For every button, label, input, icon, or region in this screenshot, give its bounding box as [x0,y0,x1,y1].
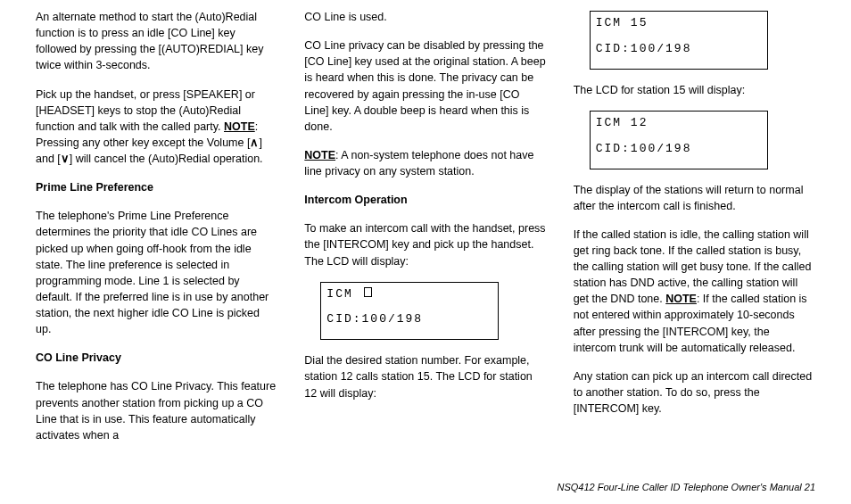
para: To make an intercom call with the handse… [304,220,546,269]
note-label: NOTE [224,120,255,133]
columns-wrap: An alternate method to start the (Auto)R… [36,9,815,472]
para: Dial the desired station number. For exa… [304,352,546,401]
note-label: NOTE [665,293,697,305]
para: CO Line is used. [304,9,546,25]
para: The telephone's Prime Line Preference de… [36,208,277,337]
para: Any station can pick up an intercom call… [574,368,815,417]
lcd-display: ICM CID:100/198 [320,282,499,341]
column-1: An alternate method to start the (Auto)R… [36,9,277,472]
lcd-line1: ICM 15 [596,15,762,32]
para: The LCD for station 15 will display: [574,82,815,98]
column-3: ICM 15 CID:100/198 The LCD for station 1… [574,9,815,472]
para: The telephone has CO Line Privacy. This … [36,378,277,443]
para: CO Line privacy can be disabled by press… [304,37,546,135]
lcd-text: ICM [326,287,361,301]
lcd-line2: CID:100/198 [326,311,492,328]
text: Pick up the handset, or press [SPEAKER] … [36,88,255,133]
heading-intercom: Intercom Operation [304,192,546,208]
heading-co-line-privacy: CO Line Privacy [36,350,277,366]
note-label: NOTE [304,149,335,161]
cursor-icon [364,287,372,297]
lcd-line2: CID:100/198 [596,41,762,58]
lcd-display: ICM 12 CID:100/198 [590,111,768,169]
lcd-line1: ICM [326,286,492,303]
lcd-display: ICM 15 CID:100/198 [590,11,768,70]
text: ] will cancel the (Auto)Redial operation… [70,153,263,165]
para: An alternate method to start the (Auto)R… [36,9,277,74]
para: The display of the stations will return … [574,182,815,214]
text: : A non-system telephone does not have l… [304,149,533,178]
page: An alternate method to start the (Auto)R… [0,0,851,504]
column-2: CO Line is used. CO Line privacy can be … [304,9,546,472]
page-footer: NSQ412 Four-Line Caller ID Telephone Own… [36,472,815,495]
para: Pick up the handset, or press [SPEAKER] … [36,87,277,168]
lcd-line2: CID:100/198 [596,141,762,158]
lcd-line1: ICM 12 [596,115,762,132]
para: If the called station is idle, the calli… [574,227,815,356]
para: NOTE: A non-system telephone does not ha… [304,147,546,179]
volume-up-icon: ∧ [250,136,259,149]
heading-prime-line: Prime Line Preference [36,179,277,195]
volume-down-icon: ∨ [61,153,70,165]
